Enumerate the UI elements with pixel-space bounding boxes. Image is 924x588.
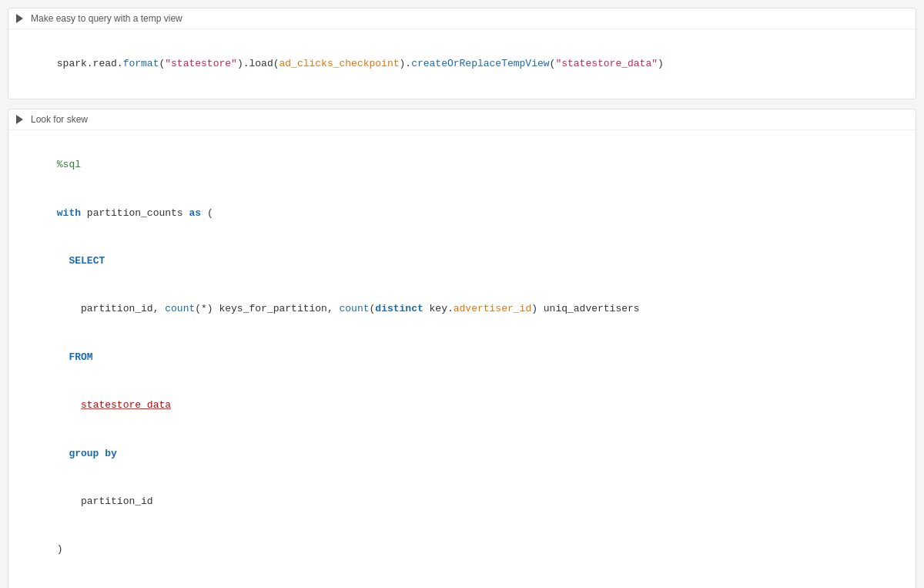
cell-1-header[interactable]: Make easy to query with a temp view (8, 8, 916, 29)
code-line-1: spark.read.format("statestore").load(ad_… (21, 40, 903, 88)
cell-1-code: spark.read.format("statestore").load(ad_… (8, 29, 916, 99)
cell-2-header[interactable]: Look for skew (8, 109, 916, 130)
code-from: FROM (57, 351, 93, 363)
run-icon-2[interactable] (16, 115, 23, 124)
code-spark: spark.read. (57, 58, 123, 69)
code-createtempview: createOrReplaceTempView (411, 58, 549, 69)
cell-2-title: Look for skew (31, 114, 88, 125)
code-group: group by (57, 448, 117, 459)
run-icon[interactable] (16, 14, 23, 23)
cell-1-title: Make easy to query with a temp view (31, 13, 182, 24)
code-format: format (123, 58, 159, 69)
cell-1: Make easy to query with a temp view spar… (8, 8, 916, 99)
code-statestore-data-str: "statestore_data" (555, 58, 658, 69)
code-with: with (57, 207, 81, 219)
code-magic: %sql (57, 159, 81, 170)
code-checkpoint: ad_clicks_checkpoint (280, 58, 400, 69)
cell-2-code: %sql with partition_counts as ( SELECT p… (8, 130, 916, 588)
code-table-ref: statestore_data (81, 399, 171, 411)
cell-2: Look for skew %sql with partition_counts… (8, 109, 916, 588)
code-statestore-str: "statestore" (165, 58, 237, 69)
code-select: SELECT (69, 255, 105, 267)
